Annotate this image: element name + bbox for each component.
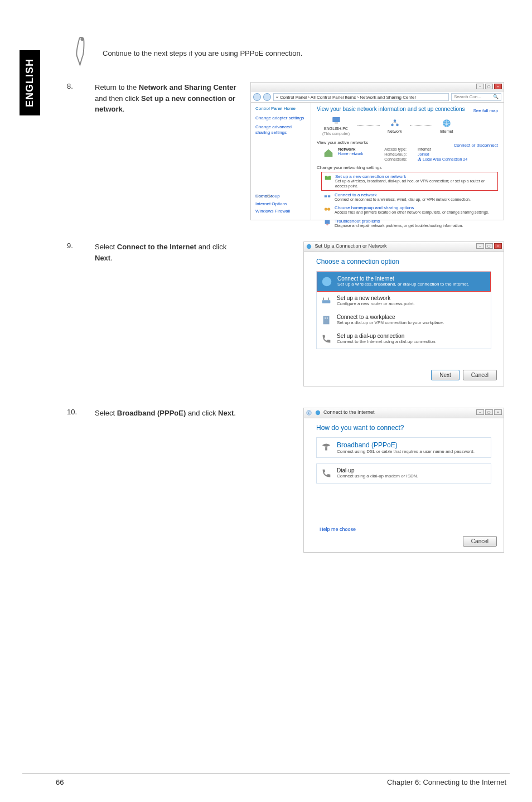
task-homegroup-sharing[interactable]: Choose homegroup and sharing optionsAcce… — [321, 204, 498, 216]
task-connect-to-network[interactable]: Connect to a networkConnect or reconnect… — [321, 191, 498, 204]
svg-rect-18 — [325, 317, 326, 318]
cancel-button[interactable]: Cancel — [463, 536, 497, 547]
see-also-windows-firewall[interactable]: Windows Firewall — [255, 209, 290, 214]
sidebar-change-adapter[interactable]: Change adapter settings — [255, 115, 306, 121]
connect-or-disconnect-link[interactable]: Connect or disconnect — [453, 143, 498, 148]
option-connect-workplace[interactable]: Connect to a workplaceSet up a dial-up o… — [317, 311, 491, 330]
pen-icon — [67, 45, 93, 66]
maximize-button[interactable]: ▢ — [485, 243, 493, 249]
dialog-titlebar: Connect to the Internet – ▢ × — [304, 408, 504, 418]
ncs-heading: View your basic network information and … — [317, 106, 498, 112]
connect-icon — [323, 192, 331, 200]
see-also-homegroup[interactable]: HomeGroup — [255, 194, 290, 199]
sidebar-control-panel-home[interactable]: Control Panel Home — [255, 106, 306, 112]
option-connect-to-internet[interactable]: Connect to the InternetSet up a wireless… — [317, 272, 491, 292]
screenshot-setup-connection-dialog: Set Up a Connection or Network – ▢ × Cho… — [303, 241, 504, 386]
svg-point-20 — [307, 410, 311, 414]
see-full-map-link[interactable]: See full map — [473, 108, 498, 113]
dialog-heading: Choose a connection option — [316, 258, 491, 265]
option-dialup[interactable]: Dial-upConnect using a dial-up modem or … — [316, 463, 491, 484]
search-input[interactable]: Search Con...🔍 — [451, 93, 501, 101]
next-button[interactable]: Next — [431, 370, 460, 380]
dialog-titlebar: Set Up a Connection or Network – ▢ × — [304, 242, 504, 252]
cable-icon — [320, 441, 332, 453]
task-troubleshoot[interactable]: Troubleshoot problemsDiagnose and repair… — [321, 217, 498, 230]
chapter-title: Chapter 6: Connecting to the Internet — [387, 778, 506, 786]
close-button[interactable]: × — [494, 243, 502, 249]
svg-rect-8 — [325, 195, 327, 197]
language-tab: ENGLISH — [20, 50, 40, 115]
svg-point-11 — [327, 208, 330, 211]
svg-point-5 — [394, 119, 396, 122]
note-text: Continue to the next steps if you are us… — [103, 45, 302, 57]
svg-point-13 — [326, 224, 328, 226]
help-me-choose-link[interactable]: Help me choose — [320, 526, 356, 532]
task-setup-new-connection[interactable]: Set up a new connection or networkSet up… — [321, 172, 498, 191]
computer-icon — [331, 115, 341, 125]
globe-icon — [442, 118, 452, 128]
cancel-button[interactable]: Cancel — [463, 370, 497, 380]
map-node-internet: Internet — [440, 118, 453, 133]
svg-rect-9 — [328, 195, 330, 197]
minimize-button[interactable]: – — [476, 243, 484, 249]
dialog-heading: How do you want to connect? — [316, 424, 491, 432]
svg-point-4 — [396, 123, 399, 126]
map-node-network: Network — [388, 118, 402, 133]
new-connection-icon — [324, 174, 332, 182]
nav-back-icon[interactable] — [253, 93, 261, 101]
troubleshoot-icon — [323, 219, 331, 226]
search-icon: 🔍 — [493, 93, 499, 101]
step-9-text: Select Connect to the Internet and click… — [95, 241, 240, 263]
minimize-button[interactable]: – — [476, 409, 484, 415]
option-setup-dialup[interactable]: Set up a dial-up connectionConnect to th… — [317, 330, 491, 349]
router-icon — [320, 295, 332, 307]
connection-link[interactable]: 🖧 Local Area Connection 24 — [418, 157, 467, 161]
svg-rect-19 — [327, 317, 328, 318]
see-also-internet-options[interactable]: Internet Options — [255, 201, 290, 207]
nav-forward-icon[interactable] — [263, 93, 271, 101]
wizard-icon — [306, 244, 312, 249]
option-broadband-pppoe[interactable]: Broadband (PPPoE)Connect using DSL or ca… — [316, 437, 491, 458]
phone-icon — [320, 467, 332, 480]
close-button[interactable]: × — [494, 409, 502, 415]
svg-point-3 — [391, 123, 394, 126]
maximize-button[interactable]: ▢ — [485, 409, 493, 415]
home-network-icon — [322, 147, 335, 159]
window-titlebar: – ▢ × — [251, 83, 504, 91]
step-8-text: Return to the Network and Sharing Center… — [95, 82, 239, 115]
close-button[interactable]: × — [494, 84, 502, 89]
breadcrumb[interactable]: « Control Panel › All Control Panel Item… — [273, 93, 449, 101]
svg-rect-16 — [322, 300, 331, 303]
homegroup-icon — [323, 205, 331, 213]
svg-point-10 — [325, 208, 327, 211]
svg-point-14 — [307, 244, 311, 248]
network-icon — [390, 118, 400, 128]
screenshot-connect-to-internet-dialog: Connect to the Internet – ▢ × How do you… — [303, 408, 504, 553]
change-networking-settings-label: Change your networking settings — [317, 165, 498, 170]
active-network-name: Network — [338, 147, 363, 152]
svg-rect-17 — [323, 316, 330, 325]
page-number: 66 — [56, 778, 64, 786]
building-icon — [320, 314, 332, 326]
svg-point-21 — [315, 410, 320, 414]
option-setup-new-network[interactable]: Set up a new networkConfigure a new rout… — [317, 292, 491, 311]
maximize-button[interactable]: ▢ — [485, 84, 493, 89]
minimize-button[interactable]: – — [476, 84, 484, 89]
step-10-number: 10. — [67, 408, 84, 416]
phone-icon — [320, 333, 332, 345]
globe-icon — [321, 276, 333, 288]
map-node-pc: ENGLISH-PC (This computer) — [322, 115, 350, 136]
globe-icon — [315, 410, 321, 416]
step-10-text: Select Broadband (PPPoE) and click Next. — [95, 408, 240, 419]
active-network-type[interactable]: Home network — [338, 152, 363, 156]
svg-rect-1 — [332, 117, 340, 122]
back-icon[interactable] — [306, 410, 312, 416]
svg-point-15 — [322, 277, 332, 287]
svg-rect-12 — [325, 220, 330, 224]
homegroup-link[interactable]: Joined — [418, 152, 429, 156]
svg-rect-22 — [325, 447, 327, 451]
sidebar-change-advanced-sharing[interactable]: Change advanced sharing settings — [255, 124, 306, 135]
svg-rect-2 — [335, 123, 338, 124]
step-9-number: 9. — [67, 241, 84, 250]
screenshot-network-sharing-center: – ▢ × « Control Panel › All Control Pane… — [250, 82, 504, 220]
